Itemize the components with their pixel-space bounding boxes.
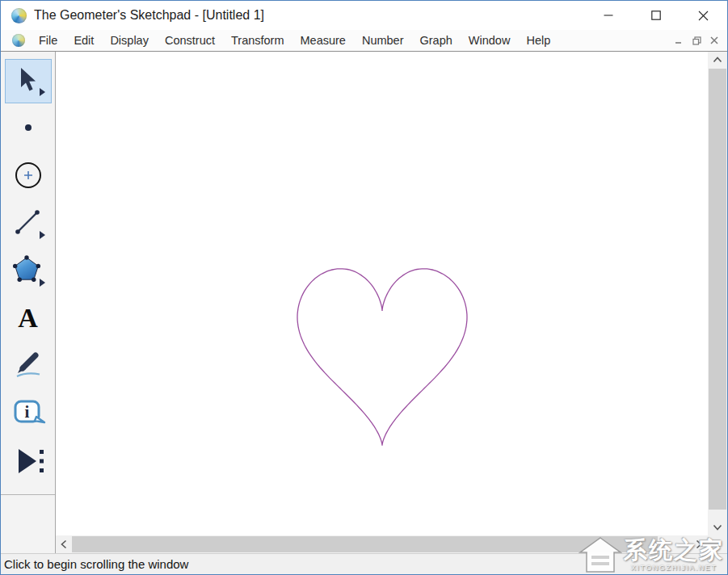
maximize-icon bbox=[651, 10, 661, 20]
document-icon[interactable] bbox=[12, 34, 25, 47]
marker-tool[interactable] bbox=[5, 342, 52, 389]
sketch-canvas[interactable] bbox=[56, 52, 708, 535]
bottom-scroll-row bbox=[1, 535, 727, 553]
menu-measure[interactable]: Measure bbox=[292, 31, 354, 49]
vertical-scroll-thumb[interactable] bbox=[709, 69, 726, 510]
main-area: A i bbox=[1, 52, 727, 535]
flyout-arrow-icon bbox=[40, 279, 45, 287]
toolbar-separator bbox=[1, 494, 55, 495]
scroll-right-button[interactable] bbox=[690, 535, 708, 553]
mdi-close-icon bbox=[710, 36, 718, 44]
polygon-tool[interactable] bbox=[5, 246, 52, 294]
info-balloon-icon: i bbox=[10, 396, 47, 431]
play-dots-icon bbox=[11, 443, 46, 479]
mdi-minimize-icon bbox=[675, 36, 683, 44]
chevron-left-icon bbox=[61, 539, 67, 549]
menu-bar: File Edit Display Construct Transform Me… bbox=[1, 30, 727, 52]
heart-curve[interactable] bbox=[297, 269, 467, 446]
compass-tool[interactable] bbox=[5, 151, 52, 199]
close-button[interactable] bbox=[680, 1, 727, 30]
heart-curve-drawing bbox=[56, 52, 708, 535]
menu-graph[interactable]: Graph bbox=[412, 31, 461, 49]
marker-pen-icon bbox=[11, 348, 46, 384]
horizontal-scrollbar[interactable] bbox=[56, 535, 708, 553]
custom-tool[interactable] bbox=[5, 437, 52, 485]
menu-items: File Edit Display Construct Transform Me… bbox=[31, 31, 558, 49]
menu-file[interactable]: File bbox=[31, 31, 65, 49]
menu-window[interactable]: Window bbox=[461, 31, 519, 49]
letter-a-icon: A bbox=[18, 304, 38, 332]
chevron-right-icon bbox=[696, 539, 702, 549]
menu-number[interactable]: Number bbox=[354, 31, 412, 49]
mdi-close-button[interactable] bbox=[705, 32, 723, 48]
scrollbar-corner bbox=[708, 535, 727, 553]
vertical-scrollbar bbox=[708, 52, 727, 535]
straightedge-tool[interactable] bbox=[5, 199, 52, 246]
chevron-down-icon bbox=[713, 524, 722, 531]
status-bar: Click to begin scrolling the window bbox=[1, 553, 727, 574]
scroll-left-button[interactable] bbox=[56, 535, 71, 553]
menu-help[interactable]: Help bbox=[518, 31, 558, 49]
minimize-button[interactable] bbox=[584, 1, 632, 30]
tool-palette: A i bbox=[1, 52, 56, 535]
horizontal-scroll-thumb[interactable] bbox=[72, 536, 658, 552]
scroll-down-button[interactable] bbox=[708, 519, 727, 535]
flyout-arrow-icon bbox=[40, 231, 45, 239]
information-tool[interactable]: i bbox=[5, 389, 52, 437]
dot-icon bbox=[11, 110, 46, 145]
vertical-scroll-track[interactable] bbox=[708, 68, 727, 519]
status-message: Click to begin scrolling the window bbox=[4, 557, 188, 571]
selection-arrow-tool[interactable] bbox=[5, 59, 52, 103]
circle-plus-icon bbox=[11, 157, 46, 193]
mdi-window-controls bbox=[670, 32, 723, 48]
text-tool[interactable]: A bbox=[5, 294, 52, 342]
mdi-restore-icon bbox=[692, 36, 701, 45]
toolbar-bottom-corner bbox=[1, 535, 56, 553]
menu-construct[interactable]: Construct bbox=[157, 31, 223, 49]
close-icon bbox=[698, 10, 709, 21]
mdi-restore-button[interactable] bbox=[688, 32, 705, 48]
menu-display[interactable]: Display bbox=[102, 31, 157, 49]
app-logo-icon bbox=[11, 8, 27, 23]
window-title: The Geometer's Sketchpad - [Untitled 1] bbox=[34, 8, 264, 23]
window-controls bbox=[584, 1, 727, 30]
mdi-minimize-button[interactable] bbox=[670, 32, 688, 48]
chevron-up-icon bbox=[713, 57, 722, 63]
app-window: The Geometer's Sketchpad - [Untitled 1] … bbox=[0, 0, 728, 575]
minimize-icon bbox=[604, 10, 613, 20]
menu-transform[interactable]: Transform bbox=[223, 31, 292, 49]
maximize-button[interactable] bbox=[632, 1, 680, 30]
svg-text:i: i bbox=[24, 402, 29, 422]
title-bar: The Geometer's Sketchpad - [Untitled 1] bbox=[1, 1, 727, 30]
flyout-arrow-icon bbox=[40, 88, 45, 96]
scroll-up-button[interactable] bbox=[708, 52, 727, 68]
point-tool[interactable] bbox=[5, 103, 52, 151]
menu-edit[interactable]: Edit bbox=[65, 31, 102, 49]
